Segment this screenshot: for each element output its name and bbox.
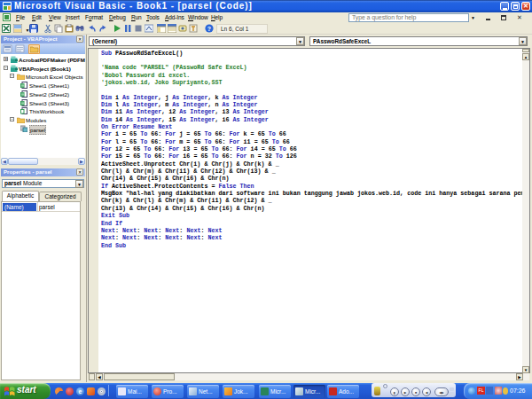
svg-text:?: ? (207, 26, 211, 32)
